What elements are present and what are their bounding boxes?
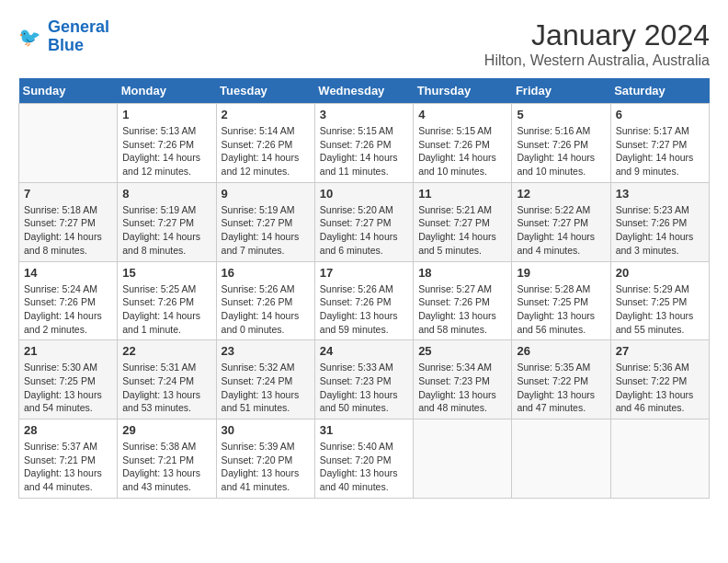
day-number: 9 xyxy=(222,187,310,201)
calendar-cell: 5Sunrise: 5:16 AM Sunset: 7:26 PM Daylig… xyxy=(512,104,610,183)
col-monday: Monday xyxy=(118,78,216,104)
day-info: Sunrise: 5:22 AM Sunset: 7:27 PM Dayligh… xyxy=(517,203,605,258)
day-number: 27 xyxy=(616,344,704,358)
calendar-cell: 23Sunrise: 5:32 AM Sunset: 7:24 PM Dayli… xyxy=(216,340,314,419)
calendar-cell: 20Sunrise: 5:29 AM Sunset: 7:25 PM Dayli… xyxy=(610,261,709,340)
week-row-4: 21Sunrise: 5:30 AM Sunset: 7:25 PM Dayli… xyxy=(19,340,710,419)
day-number: 3 xyxy=(320,108,408,121)
day-info: Sunrise: 5:15 AM Sunset: 7:26 PM Dayligh… xyxy=(320,124,408,178)
day-info: Sunrise: 5:20 AM Sunset: 7:27 PM Dayligh… xyxy=(320,203,408,258)
day-info: Sunrise: 5:24 AM Sunset: 7:26 PM Dayligh… xyxy=(24,282,112,337)
day-number: 2 xyxy=(222,108,310,121)
calendar-cell: 24Sunrise: 5:33 AM Sunset: 7:23 PM Dayli… xyxy=(314,340,413,419)
day-info: Sunrise: 5:38 AM Sunset: 7:21 PM Dayligh… xyxy=(122,440,210,494)
logo-text: GeneralBlue xyxy=(48,18,109,55)
calendar-cell: 14Sunrise: 5:24 AM Sunset: 7:26 PM Dayli… xyxy=(19,261,118,340)
day-info: Sunrise: 5:35 AM Sunset: 7:22 PM Dayligh… xyxy=(517,361,605,415)
calendar-subtitle: Hilton, Western Australia, Australia xyxy=(484,52,710,69)
week-row-2: 7Sunrise: 5:18 AM Sunset: 7:27 PM Daylig… xyxy=(19,182,710,261)
day-number: 8 xyxy=(122,187,210,201)
svg-text:🐦: 🐦 xyxy=(18,26,41,48)
col-tuesday: Tuesday xyxy=(216,78,314,104)
day-number: 6 xyxy=(616,108,704,121)
day-info: Sunrise: 5:39 AM Sunset: 7:20 PM Dayligh… xyxy=(222,440,310,494)
day-info: Sunrise: 5:30 AM Sunset: 7:25 PM Dayligh… xyxy=(24,361,112,415)
day-number: 22 xyxy=(122,344,210,358)
col-wednesday: Wednesday xyxy=(314,78,413,104)
day-info: Sunrise: 5:37 AM Sunset: 7:21 PM Dayligh… xyxy=(24,440,112,494)
calendar-cell: 21Sunrise: 5:30 AM Sunset: 7:25 PM Dayli… xyxy=(19,340,118,419)
calendar-cell xyxy=(610,419,709,499)
day-number: 7 xyxy=(24,187,112,201)
week-row-1: 1Sunrise: 5:13 AM Sunset: 7:26 PM Daylig… xyxy=(19,104,710,183)
calendar-cell xyxy=(512,419,610,499)
calendar-cell: 30Sunrise: 5:39 AM Sunset: 7:20 PM Dayli… xyxy=(216,419,314,499)
day-number: 28 xyxy=(24,423,112,437)
day-number: 25 xyxy=(418,344,506,358)
day-number: 16 xyxy=(222,266,310,280)
title-block: January 2024 Hilton, Western Australia, … xyxy=(484,18,710,69)
day-info: Sunrise: 5:29 AM Sunset: 7:25 PM Dayligh… xyxy=(616,282,704,337)
calendar-cell: 27Sunrise: 5:36 AM Sunset: 7:22 PM Dayli… xyxy=(610,340,709,419)
day-info: Sunrise: 5:18 AM Sunset: 7:27 PM Dayligh… xyxy=(24,203,112,258)
day-info: Sunrise: 5:23 AM Sunset: 7:26 PM Dayligh… xyxy=(616,203,704,258)
calendar-cell: 15Sunrise: 5:25 AM Sunset: 7:26 PM Dayli… xyxy=(118,261,216,340)
day-number: 30 xyxy=(222,423,310,437)
calendar-cell: 7Sunrise: 5:18 AM Sunset: 7:27 PM Daylig… xyxy=(19,182,118,261)
calendar-cell: 13Sunrise: 5:23 AM Sunset: 7:26 PM Dayli… xyxy=(610,182,709,261)
day-number: 23 xyxy=(222,344,310,358)
day-info: Sunrise: 5:32 AM Sunset: 7:24 PM Dayligh… xyxy=(222,361,310,415)
day-number: 15 xyxy=(122,266,210,280)
day-info: Sunrise: 5:36 AM Sunset: 7:22 PM Dayligh… xyxy=(616,361,704,415)
calendar-cell: 1Sunrise: 5:13 AM Sunset: 7:26 PM Daylig… xyxy=(118,104,216,183)
calendar-cell: 11Sunrise: 5:21 AM Sunset: 7:27 PM Dayli… xyxy=(414,182,512,261)
day-info: Sunrise: 5:14 AM Sunset: 7:26 PM Dayligh… xyxy=(222,124,310,178)
calendar-cell: 31Sunrise: 5:40 AM Sunset: 7:20 PM Dayli… xyxy=(314,419,413,499)
week-row-5: 28Sunrise: 5:37 AM Sunset: 7:21 PM Dayli… xyxy=(19,419,710,499)
calendar-title: January 2024 xyxy=(484,18,710,52)
day-info: Sunrise: 5:28 AM Sunset: 7:25 PM Dayligh… xyxy=(517,282,605,337)
calendar-cell: 16Sunrise: 5:26 AM Sunset: 7:26 PM Dayli… xyxy=(216,261,314,340)
logo-bird-icon: 🐦 xyxy=(18,24,44,50)
day-info: Sunrise: 5:15 AM Sunset: 7:26 PM Dayligh… xyxy=(418,124,506,178)
col-friday: Friday xyxy=(512,78,610,104)
calendar-cell: 2Sunrise: 5:14 AM Sunset: 7:26 PM Daylig… xyxy=(216,104,314,183)
day-number: 29 xyxy=(122,423,210,437)
day-number: 13 xyxy=(616,187,704,201)
calendar-cell: 4Sunrise: 5:15 AM Sunset: 7:26 PM Daylig… xyxy=(414,104,512,183)
calendar-cell xyxy=(19,104,118,183)
header-row: Sunday Monday Tuesday Wednesday Thursday… xyxy=(19,78,710,104)
calendar-cell: 9Sunrise: 5:19 AM Sunset: 7:27 PM Daylig… xyxy=(216,182,314,261)
day-info: Sunrise: 5:16 AM Sunset: 7:26 PM Dayligh… xyxy=(517,124,605,178)
col-saturday: Saturday xyxy=(610,78,709,104)
day-info: Sunrise: 5:26 AM Sunset: 7:26 PM Dayligh… xyxy=(222,282,310,337)
calendar-cell: 12Sunrise: 5:22 AM Sunset: 7:27 PM Dayli… xyxy=(512,182,610,261)
calendar-cell: 17Sunrise: 5:26 AM Sunset: 7:26 PM Dayli… xyxy=(314,261,413,340)
day-number: 11 xyxy=(418,187,506,201)
day-number: 19 xyxy=(517,266,605,280)
calendar-cell: 22Sunrise: 5:31 AM Sunset: 7:24 PM Dayli… xyxy=(118,340,216,419)
day-number: 24 xyxy=(320,344,408,358)
day-number: 1 xyxy=(122,108,210,121)
day-info: Sunrise: 5:19 AM Sunset: 7:27 PM Dayligh… xyxy=(222,203,310,258)
day-info: Sunrise: 5:21 AM Sunset: 7:27 PM Dayligh… xyxy=(418,203,506,258)
calendar-cell: 19Sunrise: 5:28 AM Sunset: 7:25 PM Dayli… xyxy=(512,261,610,340)
day-info: Sunrise: 5:13 AM Sunset: 7:26 PM Dayligh… xyxy=(122,124,210,178)
day-info: Sunrise: 5:34 AM Sunset: 7:23 PM Dayligh… xyxy=(418,361,506,415)
day-info: Sunrise: 5:19 AM Sunset: 7:27 PM Dayligh… xyxy=(122,203,210,258)
day-info: Sunrise: 5:27 AM Sunset: 7:26 PM Dayligh… xyxy=(418,282,506,337)
day-number: 5 xyxy=(517,108,605,121)
week-row-3: 14Sunrise: 5:24 AM Sunset: 7:26 PM Dayli… xyxy=(19,261,710,340)
day-info: Sunrise: 5:17 AM Sunset: 7:27 PM Dayligh… xyxy=(616,124,704,178)
day-number: 31 xyxy=(320,423,408,437)
day-info: Sunrise: 5:33 AM Sunset: 7:23 PM Dayligh… xyxy=(320,361,408,415)
day-number: 10 xyxy=(320,187,408,201)
day-number: 14 xyxy=(24,266,112,280)
calendar-cell xyxy=(414,419,512,499)
col-thursday: Thursday xyxy=(414,78,512,104)
col-sunday: Sunday xyxy=(19,78,118,104)
day-info: Sunrise: 5:31 AM Sunset: 7:24 PM Dayligh… xyxy=(122,361,210,415)
calendar-cell: 18Sunrise: 5:27 AM Sunset: 7:26 PM Dayli… xyxy=(414,261,512,340)
calendar-cell: 10Sunrise: 5:20 AM Sunset: 7:27 PM Dayli… xyxy=(314,182,413,261)
calendar-table: Sunday Monday Tuesday Wednesday Thursday… xyxy=(18,78,710,499)
